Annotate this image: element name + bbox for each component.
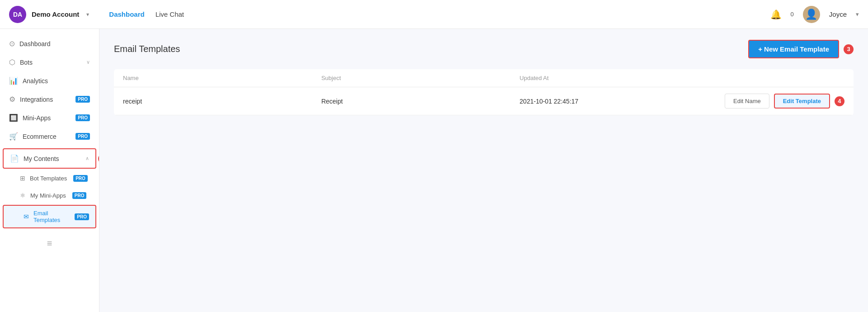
mini-apps-pro-badge: PRO xyxy=(75,114,90,121)
sidebar-item-analytics[interactable]: 📊 Analytics xyxy=(0,71,99,90)
sidebar-item-bot-templates[interactable]: ⊞ Bot Templates PRO xyxy=(0,170,99,187)
sidebar-item-my-mini-apps[interactable]: ⚛ My Mini-Apps PRO xyxy=(0,187,99,204)
account-avatar[interactable]: DA xyxy=(9,6,26,23)
page-title: Email Templates xyxy=(114,44,180,54)
sidebar-item-integrations[interactable]: ⚙ Integrations PRO xyxy=(0,90,99,109)
account-name[interactable]: Demo Account xyxy=(32,10,79,18)
sidebar-item-ecommerce[interactable]: 🛒 Ecommerce PRO xyxy=(0,127,99,146)
sidebar-item-mini-apps[interactable]: 🔲 Mini-Apps PRO xyxy=(0,109,99,127)
row-actions: Edit Name Edit Template 4 xyxy=(718,94,844,109)
sidebar-item-analytics-label: Analytics xyxy=(23,77,90,85)
sidebar-item-integrations-label: Integrations xyxy=(20,96,69,103)
user-dropdown-arrow[interactable]: ▾ xyxy=(856,11,859,18)
bell-icon[interactable]: 🔔 xyxy=(770,9,782,20)
sidebar-item-email-templates-label: Email Templates xyxy=(33,210,68,223)
sidebar-item-email-templates[interactable]: ✉ Email Templates PRO xyxy=(3,205,96,228)
sidebar-item-bots-label: Bots xyxy=(20,59,82,66)
email-templates-pro-badge: PRO xyxy=(75,213,89,220)
bot-templates-pro-badge: PRO xyxy=(73,175,88,182)
step4-number: 4 xyxy=(835,96,844,106)
bot-templates-icon: ⊞ xyxy=(20,175,25,182)
email-templates-icon: ✉ xyxy=(24,213,29,220)
sidebar-item-my-contents-label: My Contents xyxy=(24,155,81,162)
step3-number: 3 xyxy=(844,44,854,54)
nav-live-chat[interactable]: Live Chat xyxy=(156,10,184,18)
my-contents-icon: 📄 xyxy=(10,154,19,163)
layout: ⊙ Dashboard ⬡ Bots ∨ 📊 Analytics ⚙ Integ… xyxy=(0,29,868,312)
nav-left: DA Demo Account ▾ Dashboard Live Chat xyxy=(9,6,184,23)
sidebar-item-mini-apps-label: Mini-Apps xyxy=(23,114,69,122)
analytics-icon: 📊 xyxy=(9,76,18,85)
table-row: receipt Receipt 2021-10-01 22:45:17 Edit… xyxy=(114,87,854,115)
sidebar-item-dashboard[interactable]: ⊙ Dashboard xyxy=(0,34,99,53)
bots-expand-icon: ∨ xyxy=(86,59,90,65)
my-contents-expand-icon: ∧ xyxy=(85,156,89,161)
bots-icon: ⬡ xyxy=(9,58,15,66)
row-subject: Receipt xyxy=(321,98,520,105)
user-avatar[interactable]: 👤 xyxy=(803,6,820,23)
mini-apps-icon: 🔲 xyxy=(9,113,18,122)
my-mini-apps-icon: ⚛ xyxy=(20,192,26,199)
integrations-icon: ⚙ xyxy=(9,95,15,104)
email-templates-table: Name Subject Updated At receipt Receipt … xyxy=(114,69,854,115)
edit-name-button[interactable]: Edit Name xyxy=(725,94,769,109)
ecommerce-icon: 🛒 xyxy=(9,132,18,141)
sidebar-item-ecommerce-label: Ecommerce xyxy=(23,133,69,140)
sidebar-item-bots[interactable]: ⬡ Bots ∨ xyxy=(0,53,99,71)
main-content: Email Templates + New Email Template 3 N… xyxy=(99,29,868,312)
sidebar-item-dashboard-label: Dashboard xyxy=(19,40,90,47)
row-updated-at: 2021-10-01 22:45:17 xyxy=(519,98,718,105)
integrations-pro-badge: PRO xyxy=(75,96,90,103)
col-subject-header: Subject xyxy=(321,75,520,81)
ecommerce-pro-badge: PRO xyxy=(75,133,90,140)
col-actions-header xyxy=(718,75,844,81)
user-name[interactable]: Joyce xyxy=(829,10,847,18)
table-header: Name Subject Updated At xyxy=(114,69,854,87)
sidebar-item-my-mini-apps-label: My Mini-Apps xyxy=(30,192,66,199)
nav-right: 🔔 0 👤 Joyce ▾ xyxy=(770,6,859,23)
account-dropdown-arrow[interactable]: ▾ xyxy=(86,11,89,18)
bell-count: 0 xyxy=(791,11,794,18)
sidebar-item-bot-templates-label: Bot Templates xyxy=(30,175,67,182)
row-name: receipt xyxy=(123,98,321,105)
top-nav: DA Demo Account ▾ Dashboard Live Chat 🔔 … xyxy=(0,0,868,29)
sidebar-item-my-contents[interactable]: 📄 My Contents ∧ xyxy=(4,149,95,168)
col-updated-at-header: Updated At xyxy=(519,75,718,81)
dashboard-icon: ⊙ xyxy=(9,39,15,48)
col-name-header: Name xyxy=(123,75,321,81)
sidebar-menu-button[interactable]: ≡ xyxy=(0,234,99,253)
my-mini-apps-pro-badge: PRO xyxy=(72,192,87,199)
new-email-template-button[interactable]: + New Email Template xyxy=(748,40,839,58)
menu-icon: ≡ xyxy=(47,238,52,249)
account-initials: DA xyxy=(13,11,22,18)
nav-links: Dashboard Live Chat xyxy=(109,10,184,18)
edit-template-button[interactable]: Edit Template xyxy=(774,94,830,109)
page-header: Email Templates + New Email Template 3 xyxy=(114,40,854,58)
nav-dashboard[interactable]: Dashboard xyxy=(109,10,144,18)
sidebar: ⊙ Dashboard ⬡ Bots ∨ 📊 Analytics ⚙ Integ… xyxy=(0,29,99,312)
